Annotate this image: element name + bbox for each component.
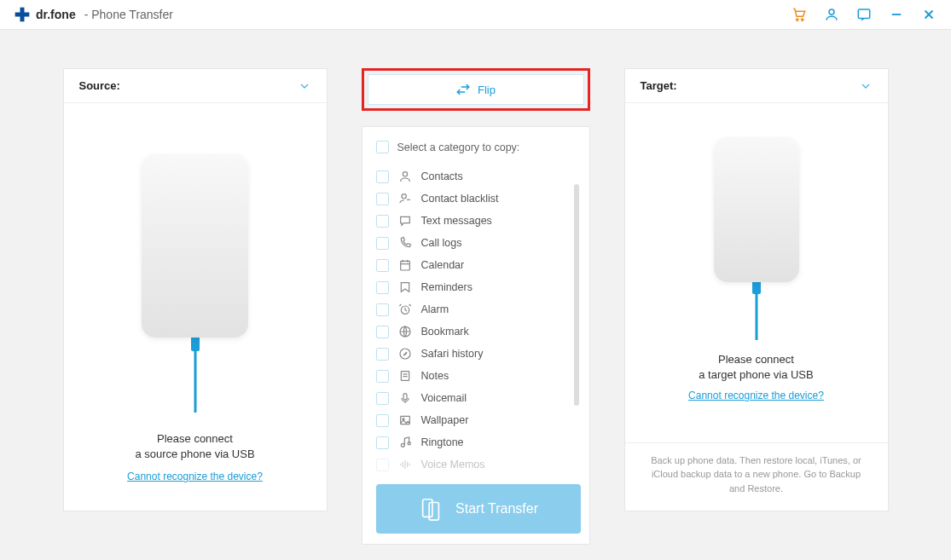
category-item: Voice Memos <box>376 453 581 476</box>
svg-rect-37 <box>755 294 757 340</box>
category-item: Alarm <box>376 298 581 320</box>
start-transfer-label: Start Transfer <box>455 501 538 517</box>
category-label: Calendar <box>421 259 465 271</box>
svg-rect-21 <box>401 372 409 381</box>
usb-cable-icon <box>751 280 763 340</box>
select-all-checkbox[interactable] <box>376 141 389 153</box>
category-label: Contacts <box>421 170 463 182</box>
category-checkbox[interactable] <box>376 348 389 361</box>
source-help-link[interactable]: Cannot recognize the device? <box>127 471 263 482</box>
target-panel: Target: Please connect a target phone vi… <box>624 68 889 511</box>
category-icon <box>397 235 413 251</box>
category-checkbox[interactable] <box>376 170 389 183</box>
scrollbar[interactable] <box>574 184 579 406</box>
svg-rect-1 <box>15 13 30 17</box>
category-checkbox[interactable] <box>376 281 389 294</box>
svg-point-2 <box>797 19 798 20</box>
target-header[interactable]: Target: <box>625 69 888 103</box>
start-transfer-button[interactable]: Start Transfer <box>376 484 581 534</box>
category-checkbox[interactable] <box>376 459 389 471</box>
category-label: Call logs <box>421 237 462 249</box>
flip-highlight-box: Flip <box>362 68 590 111</box>
svg-point-4 <box>829 9 834 14</box>
cart-icon[interactable] <box>791 6 808 23</box>
category-label: Reminders <box>421 281 473 293</box>
source-header[interactable]: Source: <box>64 69 327 103</box>
svg-point-12 <box>402 194 406 199</box>
category-checkbox[interactable] <box>376 414 389 427</box>
svg-rect-10 <box>194 351 196 413</box>
select-all-row: Select a category to copy: <box>376 141 581 153</box>
transfer-icon <box>418 496 444 522</box>
category-item: Text messages <box>376 210 581 232</box>
category-list: ContactsContact blacklistText messagesCa… <box>376 165 581 476</box>
category-panel: Select a category to copy: ContactsConta… <box>362 126 590 545</box>
category-icon <box>397 368 413 384</box>
app-logo: dr.fone - Phone Transfer <box>14 6 173 23</box>
category-item: Notes <box>376 365 581 387</box>
category-icon <box>397 191 413 206</box>
category-icon <box>397 257 413 273</box>
category-item: Ringtone <box>376 431 581 453</box>
middle-column: Flip Select a category to copy: Contacts… <box>362 68 590 545</box>
user-icon[interactable] <box>823 6 840 23</box>
category-label: Contact blacklist <box>421 193 499 205</box>
category-label: Voicemail <box>421 392 467 404</box>
source-body: Please connect a source phone via USB Ca… <box>64 103 327 511</box>
category-icon <box>397 390 413 406</box>
svg-rect-36 <box>752 280 761 294</box>
category-checkbox[interactable] <box>376 436 389 449</box>
category-item: Call logs <box>376 232 581 254</box>
usb-cable-icon <box>189 336 201 413</box>
category-item: Safari history <box>376 343 581 365</box>
category-checkbox[interactable] <box>376 370 389 383</box>
chevron-down-icon <box>298 79 311 93</box>
svg-point-3 <box>802 19 803 20</box>
phone-placeholder-icon <box>714 137 799 282</box>
category-icon <box>397 346 413 361</box>
window-controls <box>791 6 937 23</box>
category-label: Notes <box>421 370 449 382</box>
flip-button[interactable]: Flip <box>368 74 584 105</box>
feedback-icon[interactable] <box>855 6 873 23</box>
category-item: Bookmark <box>376 320 581 343</box>
category-checkbox[interactable] <box>376 303 389 316</box>
category-label: Ringtone <box>421 436 464 448</box>
svg-rect-14 <box>400 261 409 270</box>
target-footer-note: Back up phone data. Then restore local, … <box>625 442 888 511</box>
category-label: Wallpaper <box>421 414 469 426</box>
category-checkbox[interactable] <box>376 259 389 272</box>
svg-point-28 <box>408 442 410 445</box>
target-help-link[interactable]: Cannot recognize the device? <box>688 390 824 401</box>
select-all-label: Select a category to copy: <box>397 141 520 153</box>
category-checkbox[interactable] <box>376 326 389 338</box>
minimize-icon[interactable] <box>888 6 905 23</box>
flip-label: Flip <box>478 84 496 96</box>
category-item: Contact blacklist <box>376 188 581 210</box>
category-icon <box>397 169 413 184</box>
source-label: Source: <box>79 79 120 92</box>
app-subtitle: - Phone Transfer <box>84 8 173 21</box>
category-checkbox[interactable] <box>376 237 389 250</box>
category-checkbox[interactable] <box>376 392 389 405</box>
category-checkbox[interactable] <box>376 193 389 205</box>
category-icon <box>397 324 413 339</box>
svg-rect-9 <box>191 336 200 351</box>
close-icon[interactable] <box>920 6 937 23</box>
category-icon <box>397 302 413 317</box>
swap-icon <box>455 82 471 97</box>
svg-rect-24 <box>403 394 407 400</box>
category-label: Voice Memos <box>421 459 485 471</box>
category-icon <box>397 280 413 295</box>
category-icon <box>397 457 413 472</box>
phone-placeholder-icon <box>142 154 248 338</box>
category-label: Text messages <box>421 215 492 227</box>
category-item: Calendar <box>376 254 581 276</box>
category-checkbox[interactable] <box>376 215 389 228</box>
category-icon <box>397 213 413 228</box>
category-icon <box>397 413 413 428</box>
category-label: Bookmark <box>421 326 469 338</box>
category-item: Voicemail <box>376 387 581 409</box>
category-item: Contacts <box>376 165 581 188</box>
source-connect-text: Please connect a source phone via USB <box>135 431 254 462</box>
